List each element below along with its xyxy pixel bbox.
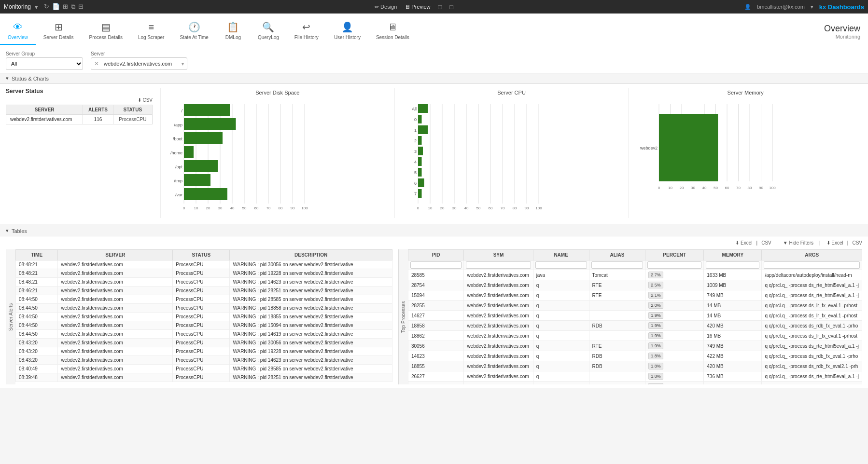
tab-server-details[interactable]: ⊞ Server Details xyxy=(36,18,82,45)
table-row: 08:46:21webdev2.firstderivatives.comProc… xyxy=(16,287,392,295)
process-cell: webdev2.firstderivatives.com xyxy=(464,311,533,321)
process-cell: 30056 xyxy=(408,341,463,351)
alert-cell: 08:40:49 xyxy=(16,365,58,373)
process-cell: 2.1% xyxy=(645,290,704,300)
process-cell: q xyxy=(533,321,589,331)
server-details-icon: ⊞ xyxy=(55,21,63,33)
tab-state-at-time[interactable]: 🕐 State At Time xyxy=(172,18,216,45)
server-filter: Server ✕ webdev2.firstderivatives.com ▾ xyxy=(91,51,187,70)
process-cell: 1009 MB xyxy=(704,280,762,290)
alerts-table-container: Server Alerts TIME SERVER STATUS DESCRIP… xyxy=(6,249,392,384)
process-cell: 749 MB xyxy=(704,290,762,300)
copy-icon[interactable]: ⧉ xyxy=(71,3,75,11)
tab-user-history-label: User History xyxy=(334,35,361,40)
alert-cell: ProcessCPU xyxy=(173,295,230,304)
svg-rect-55 xyxy=(418,147,423,155)
querylog-icon: 🔍 xyxy=(262,21,274,33)
filter-sym[interactable] xyxy=(466,261,531,269)
svg-rect-61 xyxy=(418,178,424,187)
tab-overview[interactable]: 👁 Overview xyxy=(0,19,36,45)
alert-cell: ProcessCPU xyxy=(173,330,230,339)
filter-memory[interactable] xyxy=(706,261,759,269)
alert-cell: 08:48:21 xyxy=(16,260,58,269)
tab-querylog[interactable]: 🔍 QueryLog xyxy=(250,18,287,45)
percent-badge: 1.9% xyxy=(648,322,663,329)
window-max-icon[interactable]: □ xyxy=(449,3,453,11)
alert-cell: WARNING : pid 18855 on server webdev2.fi… xyxy=(230,313,392,321)
filter-args[interactable] xyxy=(764,261,860,269)
table-row: 08:44:50webdev2.firstderivatives.comProc… xyxy=(16,321,392,330)
csv-download-btn[interactable]: ⬇ CSV xyxy=(6,97,153,103)
grid-icon[interactable]: ⊟ xyxy=(78,3,84,11)
percent-badge: 1.8% xyxy=(648,353,663,359)
alert-cell: ProcessCPU xyxy=(173,347,230,356)
alerts-excel-btn[interactable]: ⬇ Excel xyxy=(735,240,752,246)
filter-name[interactable] xyxy=(535,261,587,269)
processes-table-toolbar: ▼ Hide Filters | ⬇ Excel | CSV xyxy=(783,240,862,246)
percent-badge: 1.9% xyxy=(648,332,663,339)
tab-log-scraper[interactable]: ≡ Log Scraper xyxy=(130,19,172,45)
alerts-scrollable[interactable]: TIME SERVER STATUS DESCRIPTION 08:48:21w… xyxy=(15,249,392,382)
alerts-csv-btn[interactable]: CSV xyxy=(761,240,771,246)
svg-text:90: 90 xyxy=(291,206,295,210)
process-cell: webdev2.firstderivatives.com xyxy=(464,371,533,382)
process-cell: 14623 xyxy=(408,351,463,361)
svg-text:60: 60 xyxy=(725,186,729,190)
svg-text:/: / xyxy=(181,109,182,113)
tab-user-history[interactable]: 👤 User History xyxy=(326,18,368,45)
tab-session-details[interactable]: 🖥 Session Details xyxy=(368,19,417,45)
tab-state-at-time-label: State At Time xyxy=(180,35,208,40)
processes-excel-btn[interactable]: ⬇ Excel xyxy=(826,240,843,246)
process-cell: 2.0% xyxy=(645,300,704,311)
processes-csv-btn[interactable]: CSV xyxy=(852,240,862,246)
server-status-cell: webdev2.firstderivatives.com xyxy=(6,115,83,124)
filter-alias[interactable] xyxy=(591,261,644,269)
tab-dmlog[interactable]: 📋 DMLog xyxy=(216,18,250,45)
percent-badge: 1.8% xyxy=(648,363,663,369)
svg-text:100: 100 xyxy=(770,186,776,190)
refresh-icon[interactable]: ↻ xyxy=(44,3,49,11)
table-row: 15094webdev2.firstderivatives.comqRTE2.1… xyxy=(408,290,862,300)
svg-text:6: 6 xyxy=(414,181,417,186)
processes-table-container: Top Processes PID SYM NAME ALIAS PERCENT xyxy=(398,249,862,384)
svg-text:20: 20 xyxy=(206,206,210,210)
processes-scrollable[interactable]: PID SYM NAME ALIAS PERCENT MEMORY ARGS xyxy=(408,249,862,384)
clear-server-icon[interactable]: ✕ xyxy=(91,60,102,67)
main-content: ▾ Status & Charts Server Status ⬇ CSV SE… xyxy=(0,73,868,464)
alert-cell: WARNING : pid 28251 on server webdev2.fi… xyxy=(230,287,392,295)
svg-rect-63 xyxy=(418,189,422,198)
server-dropdown-icon[interactable]: ▾ xyxy=(179,61,187,67)
tables-section-header[interactable]: ▾ Tables xyxy=(0,226,868,236)
tab-file-history[interactable]: ↩ File History xyxy=(287,18,326,45)
dashboard-icon[interactable]: ⊞ xyxy=(63,3,68,11)
alert-cell: ProcessCPU xyxy=(173,321,230,330)
status-charts-section-header[interactable]: ▾ Status & Charts xyxy=(0,73,868,84)
hide-filters-btn[interactable]: ▼ Hide Filters xyxy=(783,240,813,246)
window-min-icon[interactable]: □ xyxy=(438,3,442,11)
process-cell: 422 MB xyxy=(704,351,762,361)
cpu-svg: All012345670102030405060708090100 xyxy=(399,99,544,215)
design-button[interactable]: ✏ Design xyxy=(375,4,397,10)
process-cell: webdev2.firstderivatives.com xyxy=(464,351,533,361)
alert-cell: 08:44:50 xyxy=(16,304,58,313)
table-row: 08:40:49webdev2.firstderivatives.comProc… xyxy=(16,365,392,373)
svg-rect-15 xyxy=(184,132,223,144)
preview-button[interactable]: 🖥 Preview xyxy=(405,4,430,10)
server-value: webdev2.firstderivatives.com xyxy=(102,61,179,67)
tab-process-details[interactable]: ▤ Process Details xyxy=(82,18,130,45)
col-status: STATUS xyxy=(113,105,152,115)
process-cell: 14619 xyxy=(408,382,463,385)
svg-text:70: 70 xyxy=(266,206,271,210)
filter-percent[interactable] xyxy=(647,261,701,269)
server-group-select[interactable]: All xyxy=(6,57,83,70)
server-status-cell: 116 xyxy=(83,115,113,124)
table-row: 08:43:20webdev2.firstderivatives.comProc… xyxy=(16,339,392,347)
filter-pid[interactable] xyxy=(410,261,462,269)
process-cell: q q/prcl.q_ -process ds_rdb_fx_eval.1 -p… xyxy=(762,321,862,331)
svg-text:7: 7 xyxy=(414,191,417,196)
process-cell: 1.9% xyxy=(645,321,704,331)
chevron-down-icon[interactable]: ▾ xyxy=(35,3,38,11)
process-cell: 422 MB xyxy=(704,382,762,385)
file-icon[interactable]: 📄 xyxy=(52,3,60,11)
table-row: 14619webdev2.firstderivatives.comqRDB1.7… xyxy=(408,382,862,385)
